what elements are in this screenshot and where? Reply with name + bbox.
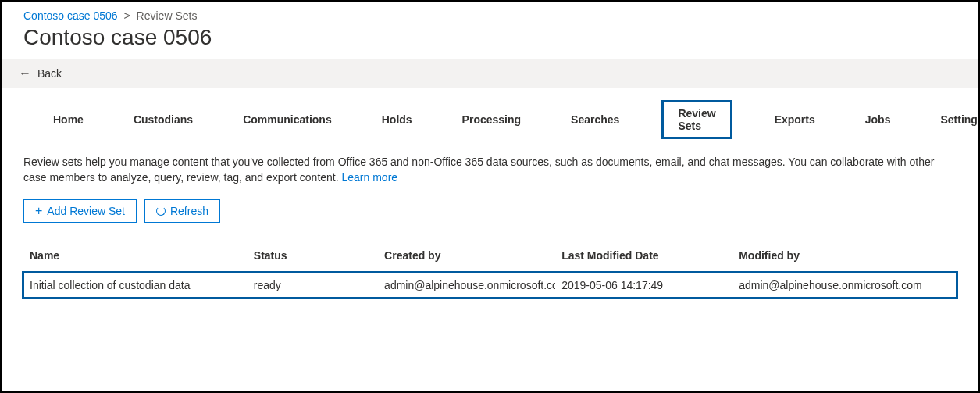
- add-review-set-button[interactable]: + Add Review Set: [23, 199, 137, 223]
- col-header-name[interactable]: Name: [23, 241, 248, 273]
- tab-holds[interactable]: Holds: [374, 109, 420, 130]
- description-text: Review sets help you manage content that…: [2, 139, 978, 185]
- cell-last-modified: 2019-05-06 14:17:49: [555, 273, 732, 298]
- refresh-icon: [156, 206, 166, 216]
- tab-settings[interactable]: Settings: [932, 109, 980, 130]
- plus-icon: +: [35, 205, 42, 217]
- tab-custodians[interactable]: Custodians: [126, 109, 201, 130]
- breadcrumb: Contoso case 0506 > Review Sets: [2, 2, 978, 23]
- tab-bar: Home Custodians Communications Holds Pro…: [2, 88, 978, 139]
- tab-review-sets[interactable]: Review Sets: [661, 100, 732, 139]
- col-header-status[interactable]: Status: [248, 241, 378, 273]
- action-row: + Add Review Set Refresh: [2, 185, 978, 223]
- tab-jobs[interactable]: Jobs: [857, 109, 899, 130]
- add-review-set-label: Add Review Set: [47, 205, 125, 217]
- table-row[interactable]: Initial collection of custodian data rea…: [23, 273, 957, 298]
- tab-processing[interactable]: Processing: [454, 109, 529, 130]
- refresh-button[interactable]: Refresh: [144, 199, 220, 223]
- breadcrumb-separator: >: [124, 9, 130, 22]
- cell-modified-by: admin@alpinehouse.onmicrosoft.com: [732, 273, 957, 298]
- back-button[interactable]: ← Back: [2, 59, 978, 88]
- review-sets-table: Name Status Created by Last Modified Dat…: [23, 241, 957, 298]
- cell-name: Initial collection of custodian data: [23, 273, 248, 298]
- back-label: Back: [37, 67, 62, 80]
- refresh-label: Refresh: [170, 205, 208, 217]
- col-header-created-by[interactable]: Created by: [378, 241, 555, 273]
- page-title: Contoso case 0506: [2, 23, 978, 59]
- col-header-modified-by[interactable]: Modified by: [732, 241, 957, 273]
- tab-communications[interactable]: Communications: [235, 109, 340, 130]
- description-body: Review sets help you manage content that…: [23, 155, 934, 184]
- col-header-last-modified[interactable]: Last Modified Date: [555, 241, 732, 273]
- learn-more-link[interactable]: Learn more: [342, 171, 398, 184]
- tab-home[interactable]: Home: [45, 109, 91, 130]
- breadcrumb-root-link[interactable]: Contoso case 0506: [23, 9, 118, 22]
- breadcrumb-current: Review Sets: [137, 9, 198, 22]
- tab-searches[interactable]: Searches: [563, 109, 627, 130]
- tab-exports[interactable]: Exports: [767, 109, 823, 130]
- cell-created-by: admin@alpinehouse.onmicrosoft.com: [378, 273, 555, 298]
- cell-status: ready: [248, 273, 378, 298]
- back-arrow-icon: ←: [19, 67, 31, 80]
